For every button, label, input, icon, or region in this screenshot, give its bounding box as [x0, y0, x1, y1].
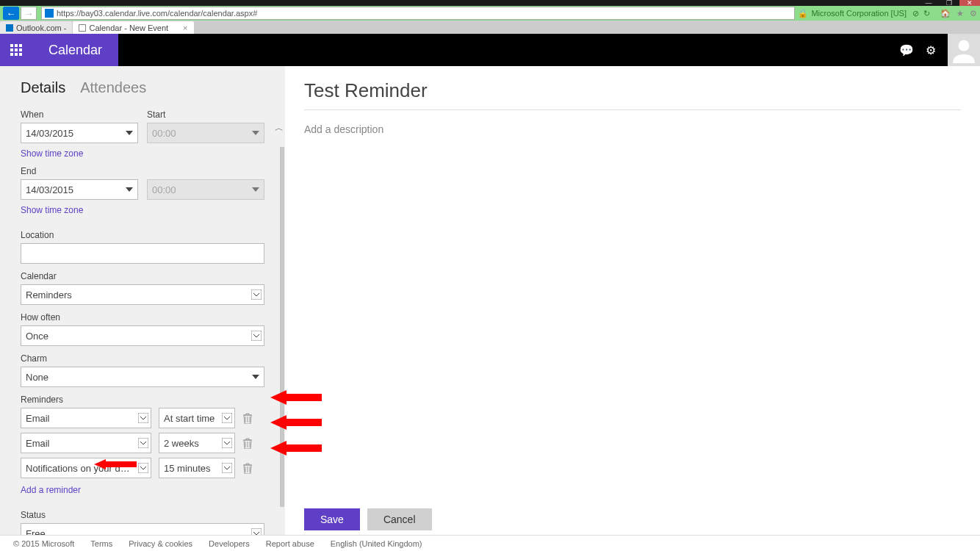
charm-label: Charm	[21, 353, 264, 364]
person-icon	[951, 37, 977, 63]
start-label: Start	[147, 109, 264, 120]
apps-launcher-button[interactable]	[0, 34, 32, 66]
stop-icon[interactable]: ⊘	[912, 9, 919, 18]
sidebar: Details Attendees When 14/03/2015 Start …	[0, 66, 285, 551]
delete-reminder-icon[interactable]	[242, 412, 253, 424]
main-area: Details Attendees When 14/03/2015 Start …	[0, 66, 980, 551]
end-date-select[interactable]: 14/03/2015	[21, 179, 138, 200]
tab-attendees[interactable]: Attendees	[80, 79, 146, 96]
end-time-select[interactable]: 00:00	[147, 179, 264, 200]
outlook-icon	[6, 24, 13, 32]
save-button[interactable]: Save	[304, 508, 360, 530]
home-icon[interactable]: 🏠	[940, 9, 951, 18]
cancel-button[interactable]: Cancel	[367, 508, 432, 530]
tab-close-icon[interactable]: ×	[183, 24, 187, 32]
browser-tab-calendar[interactable]: Calendar - New Event ×	[73, 21, 193, 34]
chat-icon[interactable]: 💬	[899, 43, 914, 57]
event-description-input[interactable]: Add a description	[304, 123, 961, 135]
nav-back-button[interactable]: ←	[3, 7, 19, 20]
when-label: When	[21, 109, 138, 120]
reminder-time-select[interactable]: 15 minutes	[159, 458, 235, 478]
how-often-select[interactable]: Once	[21, 325, 264, 346]
apps-grid-icon	[10, 44, 22, 56]
url-text: https://bay03.calendar.live.com/calendar…	[57, 9, 257, 18]
footer-locale[interactable]: English (United Kingdom)	[331, 539, 422, 548]
delete-reminder-icon[interactable]	[242, 462, 253, 474]
reminder-row: Email 2 weeks	[21, 433, 264, 453]
nav-forward-button[interactable]: →	[21, 7, 37, 20]
refresh-icon[interactable]: ↻	[923, 9, 930, 18]
annotation-arrow	[270, 390, 322, 405]
sidebar-tabs: Details Attendees	[21, 79, 264, 96]
location-input[interactable]	[21, 243, 264, 264]
show-timezone-link-end[interactable]: Show time zone	[21, 205, 83, 215]
footer-link-privacy[interactable]: Privacy & cookies	[129, 539, 192, 548]
delete-reminder-icon[interactable]	[242, 437, 253, 449]
footer: © 2015 Microsoft Terms Privacy & cookies…	[0, 535, 980, 551]
window-maximize[interactable]: ❐	[939, 0, 959, 6]
reminder-time-select[interactable]: 2 weeks	[159, 433, 235, 453]
action-buttons: Save Cancel	[304, 508, 961, 530]
event-title-input[interactable]: Test Reminder	[304, 79, 961, 110]
lock-icon: 🔒	[798, 9, 808, 18]
window-chrome: — ❐ ✕	[0, 0, 980, 6]
start-time-select[interactable]: 00:00	[147, 123, 264, 143]
calendar-select[interactable]: Reminders	[21, 284, 264, 305]
browser-tab-outlook[interactable]: Outlook.com -	[0, 21, 72, 34]
window-minimize[interactable]: —	[918, 0, 939, 6]
footer-link-report[interactable]: Report abuse	[266, 539, 314, 548]
tab-details[interactable]: Details	[21, 79, 65, 96]
address-bar[interactable]: https://bay03.calendar.live.com/calendar…	[41, 7, 795, 20]
app-header: Calendar 💬 ⚙	[0, 34, 980, 66]
how-often-label: How often	[21, 312, 264, 323]
browser-tabstrip: Outlook.com - Calendar - New Event ×	[0, 21, 980, 34]
reminders-label: Reminders	[21, 395, 264, 405]
scroll-up-icon[interactable]: ︿	[275, 122, 284, 134]
reminder-type-select[interactable]: Email	[21, 433, 151, 453]
settings-gear-icon[interactable]: ⚙	[926, 43, 936, 57]
favorites-icon[interactable]: ★	[956, 9, 964, 18]
app-title: Calendar	[32, 34, 118, 66]
svg-point-0	[959, 40, 970, 51]
status-label: Status	[21, 510, 264, 520]
tools-icon[interactable]: ⚙	[970, 9, 977, 18]
tab-label: Outlook.com -	[16, 24, 66, 32]
annotation-arrow	[270, 441, 322, 455]
reminder-time-select[interactable]: At start time	[159, 408, 235, 428]
tab-label: Calendar - New Event	[89, 24, 168, 32]
footer-link-developers[interactable]: Developers	[209, 539, 250, 548]
cert-label: Microsoft Corporation [US]	[811, 9, 907, 18]
calendar-icon	[79, 24, 86, 32]
show-timezone-link-start[interactable]: Show time zone	[21, 148, 83, 159]
location-label: Location	[21, 230, 264, 240]
copyright: © 2015 Microsoft	[13, 539, 74, 548]
end-label: End	[21, 166, 264, 176]
when-date-select[interactable]: 14/03/2015	[21, 123, 138, 143]
reminder-row: Email At start time	[21, 408, 264, 428]
user-avatar[interactable]	[948, 34, 980, 66]
content-pane: Test Reminder Add a description Save Can…	[285, 66, 980, 551]
annotation-arrow	[94, 459, 137, 469]
window-close[interactable]: ✕	[959, 0, 980, 6]
reminder-type-select[interactable]: Email	[21, 408, 151, 428]
calendar-label: Calendar	[21, 271, 264, 281]
site-favicon	[45, 9, 54, 18]
footer-link-terms[interactable]: Terms	[90, 539, 112, 548]
browser-toolbar: ← → https://bay03.calendar.live.com/cale…	[0, 6, 980, 21]
reminder-row: Notifications on your device 15 minutes	[21, 458, 264, 478]
add-reminder-link[interactable]: Add a reminder	[21, 485, 81, 495]
charm-select[interactable]: None	[21, 367, 264, 387]
annotation-arrow	[270, 415, 322, 430]
